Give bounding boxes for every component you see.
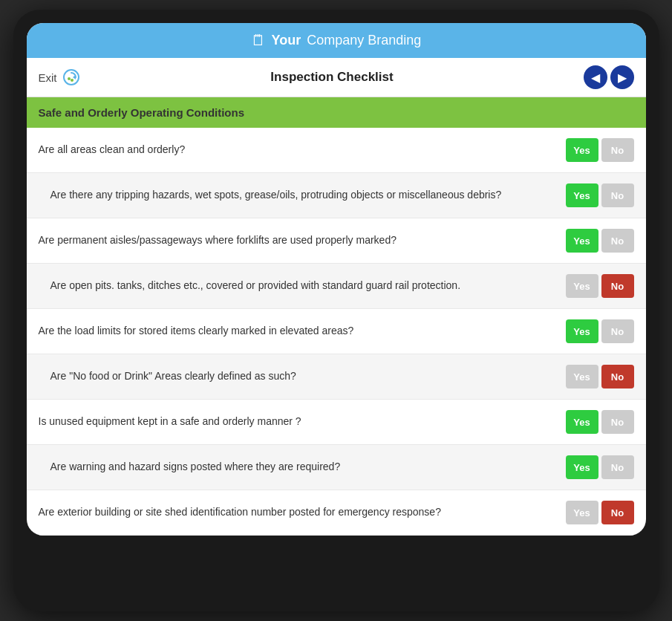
question-text-q8: Are warning and hazard signs posted wher…: [50, 460, 566, 475]
question-row: Are permanent aisles/passageways where f…: [27, 218, 646, 264]
yes-button-q3[interactable]: Yes: [566, 229, 598, 253]
question-text-q6: Are "No food or Drink" Areas clearly def…: [50, 369, 566, 384]
answer-buttons-q8: YesNo: [566, 455, 634, 479]
svg-marker-1: [73, 75, 76, 79]
nav-buttons: ◀ ▶: [584, 65, 634, 89]
yes-button-q6[interactable]: Yes: [566, 365, 598, 388]
svg-point-2: [68, 77, 71, 80]
refresh-icon[interactable]: [62, 68, 81, 87]
branding-rest: Company Branding: [307, 33, 421, 48]
question-row: Are exterior building or site shed ident…: [27, 490, 646, 536]
yes-button-q4[interactable]: Yes: [566, 274, 598, 298]
yes-button-q9[interactable]: Yes: [566, 501, 598, 524]
question-text-q7: Is unused equipment kept in a safe and o…: [39, 414, 566, 429]
device-frame: 🗒 Your Company Branding Exit Inspection …: [13, 10, 659, 611]
svg-point-3: [71, 79, 74, 82]
no-button-q7[interactable]: No: [601, 410, 634, 434]
nav-forward-button[interactable]: ▶: [610, 65, 634, 89]
question-row: Is unused equipment kept in a safe and o…: [27, 400, 646, 445]
yes-button-q5[interactable]: Yes: [566, 319, 598, 343]
question-row: Are open pits. tanks, ditches etc., cove…: [27, 264, 646, 309]
question-row: Are "No food or Drink" Areas clearly def…: [27, 354, 646, 400]
answer-buttons-q5: YesNo: [566, 319, 634, 343]
yes-button-q8[interactable]: Yes: [566, 455, 598, 479]
no-button-q8[interactable]: No: [601, 455, 634, 479]
no-button-q1[interactable]: No: [601, 138, 634, 162]
nav-back-button[interactable]: ◀: [584, 65, 607, 89]
no-button-q3[interactable]: No: [601, 229, 634, 253]
question-text-q2: Are there any tripping hazards, wet spot…: [50, 188, 566, 203]
question-text-q3: Are permanent aisles/passageways where f…: [39, 233, 566, 248]
header-row: Exit Inspection Checklist ◀ ▶: [27, 58, 646, 97]
branding-your: Your: [272, 33, 301, 48]
yes-button-q7[interactable]: Yes: [566, 410, 598, 434]
question-row: Are all areas clean and orderly?YesNo: [27, 128, 646, 173]
answer-buttons-q1: YesNo: [566, 138, 634, 162]
answer-buttons-q4: YesNo: [566, 274, 634, 298]
question-text-q1: Are all areas clean and orderly?: [39, 143, 566, 157]
answer-buttons-q6: YesNo: [566, 365, 634, 388]
header-title: Inspection Checklist: [270, 70, 393, 85]
answer-buttons-q9: YesNo: [566, 501, 634, 524]
no-button-q2[interactable]: No: [601, 183, 634, 207]
yes-button-q1[interactable]: Yes: [566, 138, 598, 162]
device-screen: 🗒 Your Company Branding Exit Inspection …: [27, 23, 646, 536]
question-text-q9: Are exterior building or site shed ident…: [39, 505, 566, 520]
no-button-q4[interactable]: No: [601, 274, 634, 298]
branding-bar: 🗒 Your Company Branding: [27, 23, 646, 58]
section-header: Safe and Orderly Operating Conditions: [27, 97, 646, 128]
question-row: Are there any tripping hazards, wet spot…: [27, 173, 646, 218]
branding-icon: 🗒: [251, 32, 266, 49]
answer-buttons-q7: YesNo: [566, 410, 634, 434]
question-text-q5: Are the load limits for stored items cle…: [39, 324, 566, 339]
question-row: Are the load limits for stored items cle…: [27, 309, 646, 354]
yes-button-q2[interactable]: Yes: [566, 183, 598, 207]
no-button-q9[interactable]: No: [601, 501, 634, 524]
answer-buttons-q3: YesNo: [566, 229, 634, 253]
header-left: Exit: [39, 68, 81, 87]
no-button-q5[interactable]: No: [601, 319, 634, 343]
question-text-q4: Are open pits. tanks, ditches etc., cove…: [50, 279, 566, 293]
questions-container: Are all areas clean and orderly?YesNoAre…: [27, 128, 646, 536]
exit-label: Exit: [39, 71, 57, 84]
answer-buttons-q2: YesNo: [566, 183, 634, 207]
question-row: Are warning and hazard signs posted wher…: [27, 445, 646, 490]
no-button-q6[interactable]: No: [601, 365, 634, 388]
